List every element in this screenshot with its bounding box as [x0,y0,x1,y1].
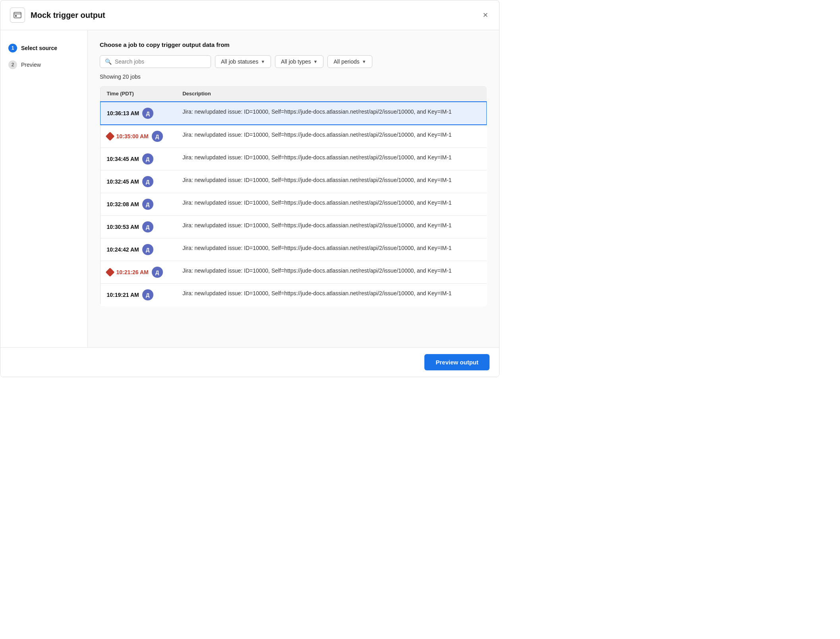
time-text: 10:19:21 AM [107,292,139,298]
table-header-row: Time (PDT) Description [100,86,487,102]
header-left: Mock trigger output [10,8,105,23]
col-time: Time (PDT) [100,86,176,102]
description-text: Jira: new/updated issue: ID=10000, Self=… [182,108,451,115]
modal-footer: Preview output [0,347,499,377]
filter-statuses-label: All job statuses [221,58,258,65]
search-icon: 🔍 [105,58,112,65]
table-row[interactable]: 10:19:21 AMДJira: new/updated issue: ID=… [100,284,487,306]
description-text: Jira: new/updated issue: ID=10000, Self=… [182,154,451,161]
sidebar-item-label-1: Select source [21,45,57,51]
description-cell-0: Jira: new/updated issue: ID=10000, Self=… [176,102,487,125]
avatar: Д [142,176,153,187]
description-text: Jira: new/updated issue: ID=10000, Self=… [182,290,451,296]
description-cell-3: Jira: new/updated issue: ID=10000, Self=… [176,170,487,193]
chevron-down-icon: ▼ [261,59,265,64]
search-box[interactable]: 🔍 [100,55,211,68]
table-row[interactable]: 10:24:42 AMДJira: new/updated issue: ID=… [100,238,487,261]
description-cell-7: Jira: new/updated issue: ID=10000, Self=… [176,261,487,284]
sidebar-item-label-2: Preview [21,62,41,68]
error-icon [105,132,114,141]
step-badge-1: 1 [8,44,17,52]
sidebar: 1 Select source 2 Preview [0,30,88,377]
chevron-down-icon-2: ▼ [314,59,318,64]
time-text: 10:35:00 AM [116,133,149,139]
description-cell-4: Jira: new/updated issue: ID=10000, Self=… [176,193,487,216]
table-row[interactable]: 10:34:45 AMДJira: new/updated issue: ID=… [100,148,487,170]
time-cell-2: 10:34:45 AMД [100,148,176,170]
step-badge-2: 2 [8,60,17,69]
table-row[interactable]: 10:30:53 AMДJira: new/updated issue: ID=… [100,216,487,238]
avatar: Д [142,289,153,300]
filter-job-types[interactable]: All job types ▼ [275,55,323,68]
description-cell-5: Jira: new/updated issue: ID=10000, Self=… [176,216,487,238]
table-row[interactable]: 10:32:08 AMДJira: new/updated issue: ID=… [100,193,487,216]
description-text: Jira: new/updated issue: ID=10000, Self=… [182,177,451,183]
modal-body: 1 Select source 2 Preview Choose a job t… [0,30,499,377]
svg-rect-2 [15,15,17,17]
avatar: Д [142,199,153,210]
avatar: Д [142,153,153,165]
section-title: Choose a job to copy trigger output data… [100,41,487,48]
time-text: 10:32:45 AM [107,178,139,185]
table-row[interactable]: 10:36:13 AMДJira: new/updated issue: ID=… [100,102,487,125]
table-row[interactable]: 10:35:00 AMДJira: new/updated issue: ID=… [100,125,487,148]
col-description: Description [176,86,487,102]
description-text: Jira: new/updated issue: ID=10000, Self=… [182,267,451,274]
description-text: Jira: new/updated issue: ID=10000, Self=… [182,245,451,251]
description-cell-6: Jira: new/updated issue: ID=10000, Self=… [176,238,487,261]
time-text: 10:24:42 AM [107,246,139,253]
time-cell-3: 10:32:45 AMД [100,170,176,193]
sidebar-item-select-source[interactable]: 1 Select source [0,40,87,56]
time-cell-5: 10:30:53 AMД [100,216,176,238]
time-cell-8: 10:19:21 AMД [100,284,176,306]
avatar: Д [142,108,153,119]
table-row[interactable]: 10:21:26 AMДJira: new/updated issue: ID=… [100,261,487,284]
time-text: 10:34:45 AM [107,156,139,162]
avatar: Д [152,131,163,142]
modal-header: Mock trigger output × [0,0,499,30]
modal-icon [10,8,25,23]
time-cell-0: 10:36:13 AMД [100,102,176,125]
description-cell-1: Jira: new/updated issue: ID=10000, Self=… [176,125,487,148]
description-text: Jira: new/updated issue: ID=10000, Self=… [182,132,451,138]
sidebar-item-preview[interactable]: 2 Preview [0,56,87,73]
time-text: 10:32:08 AM [107,201,139,207]
modal-title: Mock trigger output [31,11,105,20]
close-button[interactable]: × [481,9,490,21]
description-text: Jira: new/updated issue: ID=10000, Self=… [182,222,451,228]
description-cell-8: Jira: new/updated issue: ID=10000, Self=… [176,284,487,306]
time-text: 10:21:26 AM [116,269,149,275]
main-content: Choose a job to copy trigger output data… [88,30,499,377]
time-cell-4: 10:32:08 AMД [100,193,176,216]
filter-job-statuses[interactable]: All job statuses ▼ [215,55,271,68]
description-text: Jira: new/updated issue: ID=10000, Self=… [182,199,451,206]
showing-jobs-text: Showing 20 jobs [100,74,487,80]
preview-output-button[interactable]: Preview output [424,354,490,370]
avatar: Д [142,244,153,255]
search-input[interactable] [115,58,206,65]
time-cell-7: 10:21:26 AMД [100,261,176,284]
time-text: 10:30:53 AM [107,224,139,230]
filter-periods-label: All periods [333,58,359,65]
jobs-table: Time (PDT) Description 10:36:13 AMДJira:… [100,85,487,306]
filters-row: 🔍 All job statuses ▼ All job types ▼ All… [100,55,487,68]
avatar: Д [142,221,153,232]
description-cell-2: Jira: new/updated issue: ID=10000, Self=… [176,148,487,170]
time-text: 10:36:13 AM [107,110,139,116]
table-row[interactable]: 10:32:45 AMДJira: new/updated issue: ID=… [100,170,487,193]
svg-rect-0 [14,12,21,18]
time-cell-1: 10:35:00 AMД [100,125,176,148]
chevron-down-icon-3: ▼ [362,59,366,64]
avatar: Д [152,267,163,278]
filter-periods[interactable]: All periods ▼ [327,55,372,68]
filter-types-label: All job types [281,58,311,65]
error-icon [105,268,114,277]
time-cell-6: 10:24:42 AMД [100,238,176,261]
